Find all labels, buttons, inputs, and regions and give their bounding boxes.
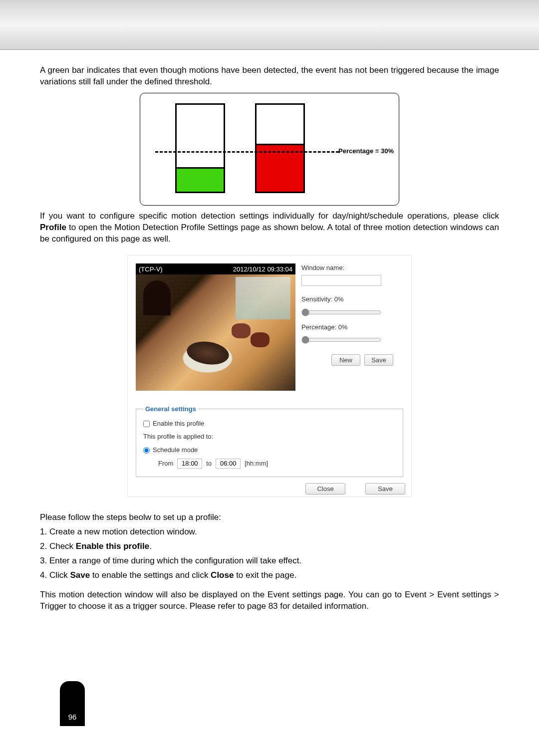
- window-name-label: Window name:: [301, 263, 403, 272]
- step-2: 2. Check Enable this profile.: [40, 541, 499, 552]
- video-scene: [136, 274, 295, 391]
- sensitivity-label: Sensitivity: 0%: [301, 295, 403, 304]
- general-settings-fieldset: General settings Enable this profile Thi…: [136, 405, 403, 477]
- enable-profile-checkbox[interactable]: [143, 421, 150, 427]
- enable-profile-label: Enable this profile: [153, 419, 204, 428]
- header-bar: [0, 0, 539, 50]
- save-button[interactable]: Save: [364, 354, 393, 366]
- steps-intro: Please follow the steps beolw to set up …: [40, 512, 499, 523]
- video-preview: (TCP-V) 2012/10/12 09:33:04: [136, 263, 295, 391]
- threshold-diagram-wrap: Percentage = 30%: [40, 93, 499, 206]
- sensitivity-slider[interactable]: [301, 309, 381, 316]
- page-content: A green bar indicates that even though m…: [0, 50, 539, 612]
- general-settings-legend: General settings: [143, 405, 198, 414]
- percentage-slider[interactable]: [301, 336, 381, 343]
- bar-green: [175, 103, 225, 193]
- schedule-mode-label: Schedule mode: [153, 446, 198, 455]
- threshold-line: [155, 151, 339, 153]
- close-button[interactable]: Close: [305, 483, 345, 495]
- intro-paragraph-2: If you want to configure specific motion…: [40, 211, 499, 245]
- page-number: 96: [68, 713, 77, 721]
- percentage-label: Percentage: 0%: [301, 323, 403, 332]
- save2-button[interactable]: Save: [365, 483, 405, 495]
- window-name-input[interactable]: [301, 275, 381, 286]
- page-number-tab: 96: [60, 681, 85, 726]
- bar-red: [255, 103, 305, 193]
- hhmm-label: [hh:mm]: [245, 459, 268, 468]
- new-button[interactable]: New: [331, 354, 360, 366]
- from-time-input[interactable]: [177, 459, 202, 469]
- intro-paragraph-1: A green bar indicates that even though m…: [40, 65, 499, 88]
- schedule-mode-radio[interactable]: [143, 447, 150, 454]
- from-label: From: [158, 459, 173, 468]
- video-timestamp: 2012/10/12 09:33:04: [233, 265, 292, 274]
- applied-to-label: This profile is applied to:: [143, 432, 396, 441]
- footer-note: This motion detection window will also b…: [40, 589, 499, 612]
- step-4: 4. Click Save to enable the settings and…: [40, 570, 499, 581]
- intro-p2-a: If you want to configure specific motion…: [40, 211, 499, 221]
- to-label: to: [206, 459, 212, 468]
- video-title: (TCP-V): [139, 265, 163, 274]
- threshold-label: Percentage = 30%: [338, 147, 394, 156]
- step-3: 3. Enter a range of time during which th…: [40, 555, 499, 567]
- profile-dialog: (TCP-V) 2012/10/12 09:33:04 Window name:: [127, 255, 412, 497]
- profile-dialog-wrap: (TCP-V) 2012/10/12 09:33:04 Window name:: [40, 255, 499, 497]
- to-time-input[interactable]: [216, 459, 241, 469]
- intro-p2-c: to open the Motion Detection Profile Set…: [40, 223, 499, 244]
- bar-green-fill: [177, 167, 224, 192]
- controls-column: Window name: Sensitivity: 0% Percentage:…: [301, 263, 403, 391]
- step-1: 1. Create a new motion detection window.: [40, 526, 499, 538]
- threshold-diagram: Percentage = 30%: [140, 93, 399, 206]
- profile-bold: Profile: [40, 223, 66, 232]
